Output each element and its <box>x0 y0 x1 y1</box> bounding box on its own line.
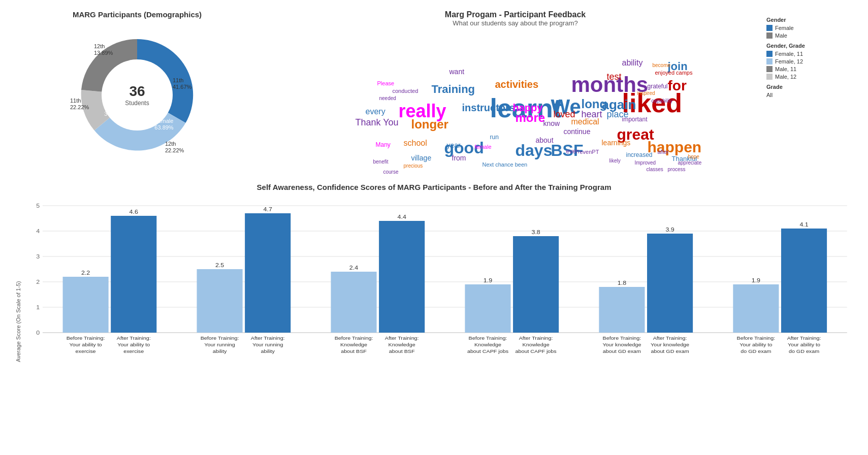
word-cloud-word: process <box>668 167 686 172</box>
after-value-label: 3.8 <box>531 229 540 235</box>
word-cloud-word: for <box>668 78 687 94</box>
legend-label: Male, 11 <box>775 66 796 72</box>
legend-section: Gender FemaleMale Gender, Grade Female, … <box>761 5 863 178</box>
after-bar <box>111 216 156 333</box>
bar-chart-svg: 0123452.24.6Before Training:Your ability… <box>25 196 853 414</box>
x-label-after: exercise <box>123 349 144 354</box>
word-cloud-word: likely <box>609 158 621 164</box>
word-cloud-word: every <box>366 107 385 116</box>
word-cloud-word: needed <box>379 95 396 101</box>
word-cloud-word: village <box>411 154 432 162</box>
word-cloud-word: become <box>653 62 671 68</box>
x-label-before: Your ability to <box>740 342 772 347</box>
legend-item: Female <box>766 25 858 31</box>
before-bar <box>599 287 645 333</box>
legend-color <box>766 25 773 31</box>
after-bar <box>513 236 559 333</box>
word-cloud-word: classes <box>647 167 663 172</box>
word-cloud-word: conducted <box>393 88 419 94</box>
word-cloud-word: evenPT <box>580 149 599 155</box>
x-label-after: about CAPF jobs <box>516 349 557 354</box>
after-value-label: 4.4 <box>398 214 407 220</box>
y-tick-label: 3 <box>36 253 40 259</box>
x-label-before: Your running <box>204 342 235 347</box>
legend-item: Female, 11 <box>766 51 858 57</box>
x-label-before: Before Training: <box>335 336 373 341</box>
x-label-after: After Training: <box>787 336 821 341</box>
word-cloud-word: run <box>490 134 499 141</box>
word-cloud-word: continue <box>564 127 591 136</box>
before-value-label: 1.8 <box>618 280 627 286</box>
x-label-before: Your ability to <box>70 342 102 347</box>
x-label-after: Knowledge <box>389 342 415 347</box>
word-cloud-word: test <box>607 72 622 82</box>
before-bar <box>197 269 242 333</box>
word-cloud-word: want <box>449 68 465 76</box>
legend-color <box>766 66 773 72</box>
word-cloud-word: hope <box>688 154 699 159</box>
word-cloud-word: medical <box>571 117 599 126</box>
word-cloud-word: capability <box>652 98 673 104</box>
x-label-before: do GD exam <box>741 349 771 354</box>
before-bar <box>465 284 510 333</box>
after-value-label: 3.9 <box>665 226 674 233</box>
wordcloud-title: Marg Progam - Participant Feedback <box>445 10 586 19</box>
word-cloud-word: instructors <box>462 102 515 114</box>
x-label-before: Before Training: <box>201 336 239 341</box>
x-label-before: Knowledge <box>474 342 501 347</box>
x-label-after: about BSF <box>389 349 415 354</box>
legend-color <box>766 32 773 39</box>
x-label-before: Before Training: <box>603 336 641 341</box>
legend-label: Male <box>775 32 787 39</box>
grade-value-item: All <box>766 92 858 98</box>
before-value-label: 2.5 <box>215 262 224 268</box>
x-label-before: Before Training: <box>67 336 105 341</box>
x-label-before: about CAPF jobs <box>467 349 508 354</box>
x-label-before: Before Training: <box>737 336 776 341</box>
y-tick-label: 5 <box>36 203 40 209</box>
legend-label: Female, 12 <box>775 58 803 64</box>
legend-item: Male, 11 <box>766 66 858 72</box>
x-label-after: After Training: <box>117 336 151 341</box>
gender-grade-legend: Female, 11Female, 12Male, 11Male, 12 <box>766 51 858 80</box>
y-tick-label: 2 <box>36 279 40 285</box>
word-cloud-word: enjoyed camps <box>655 70 693 76</box>
word-cloud-word: female <box>475 144 492 150</box>
gender-grade-legend-title: Gender, Grade <box>766 43 858 49</box>
word-cloud-word: activities <box>495 79 539 90</box>
x-label-before: exercise <box>76 349 96 354</box>
word-cloud-word: after <box>658 149 669 155</box>
x-label-after: Your ability to <box>117 342 150 347</box>
word-cloud-word: appreciate <box>678 160 702 166</box>
before-value-label: 2.2 <box>81 270 90 276</box>
after-value-label: 4.6 <box>130 209 139 215</box>
y-tick-label: 4 <box>36 228 40 234</box>
legend-color <box>766 51 773 57</box>
x-label-after: Your knowledge <box>651 342 689 347</box>
x-label-before: about BSF <box>341 349 367 354</box>
word-cloud-word: about <box>536 136 554 144</box>
x-label-after: After Training: <box>385 336 419 341</box>
word-cloud-word: Next chance been <box>483 161 528 168</box>
before-value-label: 1.9 <box>752 277 760 283</box>
x-label-before: Knowledge <box>340 342 367 347</box>
legend-label: Female, 11 <box>775 51 803 57</box>
word-cloud-word: Improved <box>635 160 656 166</box>
before-bar <box>331 272 376 333</box>
legend-color <box>766 74 773 80</box>
y-tick-label: 0 <box>36 330 40 336</box>
word-cloud-word: happen <box>648 139 702 156</box>
x-label-after: Knowledge <box>523 342 550 347</box>
x-label-after: After Training: <box>519 336 553 341</box>
word-cloud-word: precious <box>404 163 423 169</box>
after-bar <box>245 213 291 333</box>
word-cloud-word: inspired <box>637 90 655 96</box>
word-cloud-word: school <box>404 139 427 148</box>
word-cloud-word: Thank You <box>356 117 399 128</box>
wordcloud-section: Marg Progam - Participant Feedback What … <box>269 5 761 178</box>
word-cloud-word: Please <box>377 80 395 86</box>
word-cloud-word: Many <box>376 141 391 148</box>
x-label-after: about GD exam <box>651 349 689 354</box>
word-cloud-word: Training <box>432 83 475 96</box>
grade-legend-title: Grade <box>766 84 858 90</box>
